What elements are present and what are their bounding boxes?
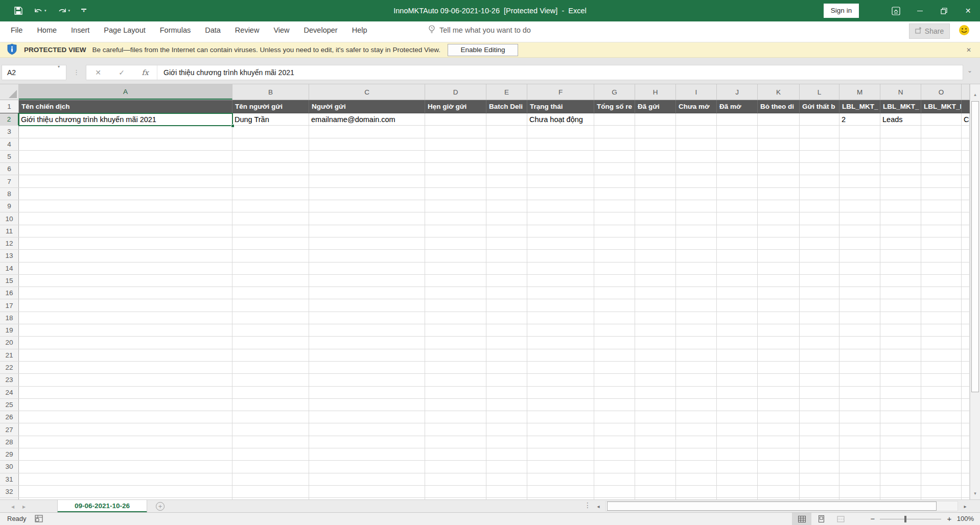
- cell-J21[interactable]: [717, 349, 758, 361]
- menu-tab-file[interactable]: File: [4, 21, 30, 39]
- row-header-9[interactable]: 9: [0, 200, 19, 212]
- cell-L4[interactable]: [800, 138, 839, 150]
- cell-B22[interactable]: [232, 362, 309, 373]
- cell-A31[interactable]: [19, 473, 232, 485]
- cell-H29[interactable]: [635, 448, 676, 460]
- cell-I22[interactable]: [676, 362, 717, 373]
- cell-K24[interactable]: [758, 387, 800, 398]
- row-header-19[interactable]: 19: [0, 324, 19, 336]
- cell-M18[interactable]: [839, 312, 880, 324]
- cell-O9[interactable]: [921, 200, 962, 212]
- cell-G1[interactable]: Tổng số re: [594, 100, 635, 113]
- cell-D9[interactable]: [425, 200, 486, 212]
- cell-K22[interactable]: [758, 362, 800, 373]
- cell-P18[interactable]: [962, 312, 970, 324]
- sheet-tab-active[interactable]: 09-06-2021-10-26: [57, 500, 147, 513]
- cell-H8[interactable]: [635, 188, 676, 200]
- cell-M14[interactable]: [839, 262, 880, 274]
- menu-tab-formulas[interactable]: Formulas: [153, 21, 198, 39]
- cell-G23[interactable]: [594, 374, 635, 386]
- cell-N8[interactable]: [880, 188, 921, 200]
- column-header-E[interactable]: E: [486, 84, 527, 100]
- cell-H16[interactable]: [635, 287, 676, 299]
- cell-M22[interactable]: [839, 362, 880, 373]
- cell-F23[interactable]: [527, 374, 594, 386]
- page-layout-view-button[interactable]: [811, 513, 831, 525]
- cell-L7[interactable]: [800, 175, 839, 187]
- cell-L20[interactable]: [800, 337, 839, 348]
- cell-H15[interactable]: [635, 275, 676, 287]
- row-header-23[interactable]: 23: [0, 374, 19, 386]
- cell-A15[interactable]: [19, 275, 232, 287]
- cell-N16[interactable]: [880, 287, 921, 299]
- cell-C3[interactable]: [309, 126, 425, 137]
- menu-tab-data[interactable]: Data: [198, 21, 228, 39]
- cell-F28[interactable]: [527, 436, 594, 448]
- cell-C32[interactable]: [309, 486, 425, 497]
- cell-C20[interactable]: [309, 337, 425, 348]
- cell-I1[interactable]: Chưa mở: [676, 100, 717, 113]
- cell-C5[interactable]: [309, 151, 425, 162]
- cell-A8[interactable]: [19, 188, 232, 200]
- cell-O7[interactable]: [921, 175, 962, 187]
- cell-H14[interactable]: [635, 262, 676, 274]
- cell-K11[interactable]: [758, 225, 800, 237]
- cell-D3[interactable]: [425, 126, 486, 137]
- cell-M2[interactable]: 2: [839, 113, 880, 125]
- cell-A18[interactable]: [19, 312, 232, 324]
- column-header-J[interactable]: J: [717, 84, 758, 100]
- cell-E5[interactable]: [486, 151, 527, 162]
- cell-D13[interactable]: [425, 250, 486, 261]
- cell-L28[interactable]: [800, 436, 839, 448]
- cell-G14[interactable]: [594, 262, 635, 274]
- cell-F14[interactable]: [527, 262, 594, 274]
- row-header-12[interactable]: 12: [0, 237, 19, 249]
- cell-E4[interactable]: [486, 138, 527, 150]
- cell-B19[interactable]: [232, 324, 309, 336]
- cell-D11[interactable]: [425, 225, 486, 237]
- cell-C24[interactable]: [309, 387, 425, 398]
- cell-K29[interactable]: [758, 448, 800, 460]
- cell-E19[interactable]: [486, 324, 527, 336]
- cell-C10[interactable]: [309, 212, 425, 224]
- cell-B24[interactable]: [232, 387, 309, 398]
- cell-J31[interactable]: [717, 473, 758, 485]
- cell-F31[interactable]: [527, 473, 594, 485]
- cell-K13[interactable]: [758, 250, 800, 261]
- cell-K18[interactable]: [758, 312, 800, 324]
- cell-H32[interactable]: [635, 486, 676, 497]
- column-header-F[interactable]: F: [527, 84, 594, 100]
- row-header-30[interactable]: 30: [0, 461, 19, 472]
- cell-C19[interactable]: [309, 324, 425, 336]
- cell-G13[interactable]: [594, 250, 635, 261]
- cell-B16[interactable]: [232, 287, 309, 299]
- column-header-N[interactable]: N: [880, 84, 921, 100]
- cell-E32[interactable]: [486, 486, 527, 497]
- normal-view-button[interactable]: [792, 513, 811, 525]
- cell-N23[interactable]: [880, 374, 921, 386]
- cell-O30[interactable]: [921, 461, 962, 472]
- column-header-G[interactable]: G: [594, 84, 635, 100]
- cell-H9[interactable]: [635, 200, 676, 212]
- cell-C13[interactable]: [309, 250, 425, 261]
- cell-L6[interactable]: [800, 163, 839, 175]
- cell-C1[interactable]: Người gửi: [309, 100, 425, 113]
- cell-D4[interactable]: [425, 138, 486, 150]
- cell-P29[interactable]: [962, 448, 970, 460]
- cell-H23[interactable]: [635, 374, 676, 386]
- cell-N22[interactable]: [880, 362, 921, 373]
- cell-E1[interactable]: Batch Deli: [486, 100, 527, 113]
- column-header-O[interactable]: O: [921, 84, 962, 100]
- cell-I31[interactable]: [676, 473, 717, 485]
- cell-M20[interactable]: [839, 337, 880, 348]
- row-header-7[interactable]: 7: [0, 175, 19, 187]
- cell-M17[interactable]: [839, 299, 880, 311]
- cell-N4[interactable]: [880, 138, 921, 150]
- cell-F3[interactable]: [527, 126, 594, 137]
- cell-B4[interactable]: [232, 138, 309, 150]
- cell-A19[interactable]: [19, 324, 232, 336]
- cell-L10[interactable]: [800, 212, 839, 224]
- cell-H1[interactable]: Đã gửi: [635, 100, 676, 113]
- cell-G9[interactable]: [594, 200, 635, 212]
- cell-M8[interactable]: [839, 188, 880, 200]
